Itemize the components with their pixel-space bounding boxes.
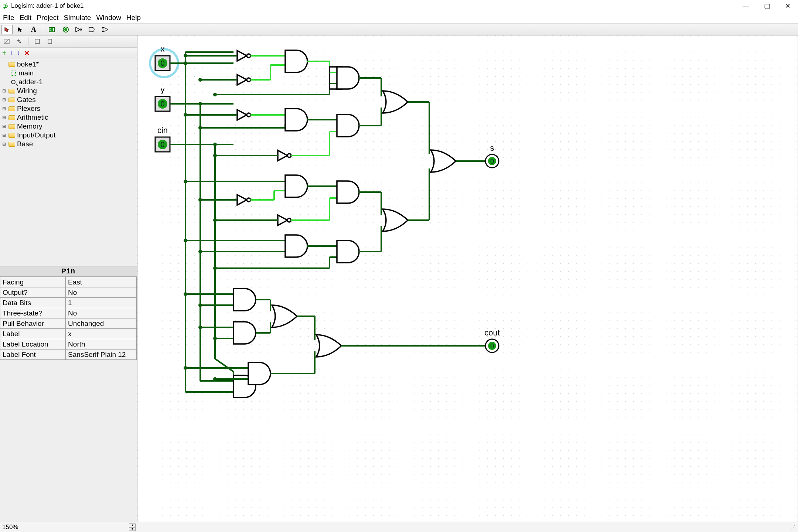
prop-row-label: Labelx [0, 329, 137, 339]
svg-point-47 [198, 126, 202, 130]
prop-val[interactable]: SansSerif Plain 12 [66, 349, 137, 360]
move-up-button[interactable]: ↑ [10, 49, 13, 57]
tree-lib-io[interactable]: ⊞Input/Output [0, 131, 137, 140]
svg-point-95 [184, 292, 187, 296]
prop-val[interactable]: Unchanged [66, 318, 137, 329]
and-gate[interactable] [248, 362, 270, 385]
side-tool-3[interactable] [32, 37, 42, 46]
menu-project[interactable]: Project [37, 14, 58, 22]
menu-file[interactable]: File [3, 14, 14, 22]
svg-point-24 [198, 102, 202, 106]
and-gate[interactable] [337, 115, 359, 137]
expand-icon[interactable]: ⊞ [1, 106, 7, 111]
maximize-button[interactable]: ▢ [764, 2, 770, 10]
expand-icon[interactable]: ⊞ [1, 133, 7, 138]
and-gate-button[interactable] [87, 25, 98, 34]
tree-circuit-main[interactable]: main [0, 69, 137, 78]
resize-grip-icon[interactable]: ⋰ [791, 525, 796, 530]
zoom-spinner[interactable]: ▲ ▼ [129, 524, 136, 531]
and-gate[interactable] [337, 181, 359, 203]
magnifier-icon [10, 79, 17, 85]
and-gate[interactable] [285, 175, 307, 197]
prop-val[interactable]: North [66, 339, 137, 349]
prop-val[interactable]: 1 [66, 298, 137, 308]
svg-rect-10 [137, 35, 798, 522]
side-tool-1[interactable] [1, 37, 12, 46]
tree-lib-gates[interactable]: ⊞Gates [0, 95, 137, 104]
tree-lib-arithmetic[interactable]: ⊞Arithmetic [0, 113, 137, 122]
folder-icon [8, 141, 16, 147]
tree-project[interactable]: boke1* [0, 60, 137, 69]
output-pin-button[interactable] [60, 25, 71, 34]
add-circuit-button[interactable]: + [2, 49, 6, 57]
prop-row-labelfont: Label FontSansSerif Plain 12 [0, 349, 137, 360]
expand-icon[interactable]: ⊞ [1, 97, 7, 102]
move-down-button[interactable]: ↓ [17, 49, 20, 57]
prop-val[interactable]: East [66, 277, 137, 287]
folder-icon [8, 106, 16, 112]
svg-point-31 [198, 78, 202, 82]
circuit-svg[interactable]: 0 x 0 y 0 cin [137, 35, 798, 522]
menu-help[interactable]: Help [126, 14, 141, 22]
expand-icon[interactable]: ⊞ [1, 141, 7, 147]
svg-point-63 [198, 198, 202, 202]
tree-main-label: main [18, 69, 34, 77]
expand-icon[interactable]: ⊞ [1, 124, 7, 129]
text-tool-button[interactable]: A [28, 25, 39, 34]
folder-icon [8, 123, 16, 129]
tree-lib-memory[interactable]: ⊞Memory [0, 122, 137, 131]
zoom-up-button[interactable]: ▲ [129, 524, 136, 527]
tree-lib-label: Input/Output [17, 131, 56, 139]
and-gate[interactable] [285, 109, 307, 131]
app-icon: ⊅ [3, 2, 8, 10]
prop-row-facing: FacingEast [0, 277, 137, 287]
and-gate[interactable] [233, 322, 256, 344]
and-gate[interactable] [337, 67, 359, 89]
property-table: FacingEast Output?No Data Bits1 Three-st… [0, 277, 137, 360]
expand-icon[interactable]: ⊞ [1, 115, 7, 120]
and-gate[interactable] [285, 50, 307, 72]
sidebar-buttons: + ↑ ↓ ✕ [0, 48, 137, 59]
close-button[interactable]: ✕ [785, 2, 791, 10]
delete-button[interactable]: ✕ [24, 49, 30, 57]
prop-val[interactable]: x [66, 329, 137, 339]
side-tool-4[interactable] [45, 37, 55, 46]
titlebar: ⊅ Logisim: adder-1 of boke1 — ▢ ✕ [0, 0, 798, 12]
menu-window[interactable]: Window [96, 14, 121, 22]
zoom-down-button[interactable]: ▼ [129, 527, 136, 531]
tree-lib-wiring[interactable]: ⊞Wiring [0, 86, 137, 95]
side-tool-2[interactable]: ✎ [14, 37, 24, 46]
sidebar-toolbar: ✎ [0, 35, 137, 48]
tree-circuit-adder[interactable]: adder-1 [0, 78, 137, 86]
svg-point-114 [213, 377, 217, 381]
menu-simulate[interactable]: Simulate [64, 14, 91, 22]
tree-lib-base[interactable]: ⊞Base [0, 140, 137, 149]
and-gate[interactable] [233, 289, 256, 311]
svg-point-28 [184, 54, 187, 58]
prop-val[interactable]: No [66, 308, 137, 318]
prop-key: Three-state? [0, 308, 66, 318]
project-tree[interactable]: boke1* main adder-1 ⊞Wiring ⊞Gates ⊞Plex… [0, 59, 137, 266]
svg-point-61 [184, 180, 187, 183]
tree-lib-plexers[interactable]: ⊞Plexers [0, 104, 137, 113]
svg-point-81 [213, 266, 217, 270]
minimize-button[interactable]: — [743, 2, 749, 10]
svg-point-112 [184, 366, 187, 370]
input-pin-button[interactable] [47, 25, 58, 34]
circuit-canvas[interactable]: 0 x 0 y 0 cin [137, 35, 798, 522]
svg-point-76 [184, 239, 187, 242]
menu-edit[interactable]: Edit [20, 14, 32, 22]
expand-icon[interactable]: ⊞ [1, 88, 7, 93]
and-gate[interactable] [285, 235, 307, 257]
pin-value: 0 [160, 59, 164, 67]
poke-tool-button[interactable] [1, 25, 13, 34]
not-gate-button[interactable] [74, 25, 85, 34]
pin-label: cin [157, 126, 168, 135]
select-tool-button[interactable] [15, 25, 26, 34]
folder-icon [8, 115, 16, 120]
property-title: Pin [0, 266, 137, 277]
prop-val[interactable]: No [66, 287, 137, 298]
or-gate-button[interactable] [100, 25, 111, 34]
and-gate[interactable] [337, 241, 359, 263]
sidebar-spacer [0, 360, 137, 522]
